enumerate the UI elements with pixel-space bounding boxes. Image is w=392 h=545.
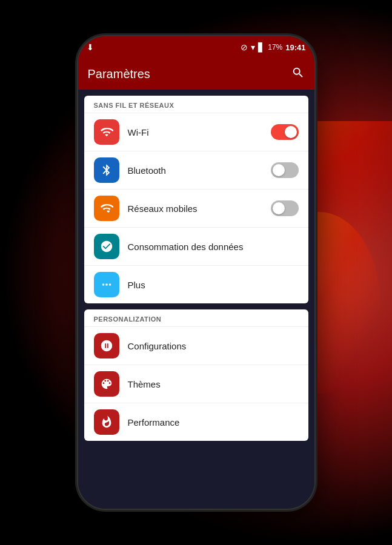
wifi-icon (94, 119, 119, 145)
bluetooth-label: Bluetooth (128, 165, 271, 176)
bluetooth-item[interactable]: Bluetooth (84, 151, 308, 189)
data-label: Consommation des données (128, 242, 299, 252)
themes-item[interactable]: Thèmes (84, 365, 308, 403)
personalization-section-header: PERSONALIZATION (84, 309, 308, 326)
themes-label: Thèmes (128, 379, 299, 389)
download-icon: ⬇ (87, 42, 94, 52)
configurations-label: Configurations (128, 341, 299, 351)
plus-label: Plus (128, 280, 299, 290)
plus-item[interactable]: Plus (84, 265, 308, 303)
themes-icon (94, 371, 119, 397)
time-display: 19:41 (285, 43, 305, 52)
search-button[interactable] (291, 66, 305, 82)
page-title: Paramètres (88, 67, 150, 81)
phone-shell: ⬇ ⊘ ▾ ▋ 17% 19:41 Paramètres SANS FIL ET… (78, 36, 314, 509)
wireless-section: SANS FIL ET RÉSEAUX Wi-Fi (84, 96, 308, 303)
battery-level: 17% (268, 43, 282, 51)
performance-item[interactable]: Performance (84, 403, 308, 441)
data-icon (94, 234, 119, 259)
top-bar: Paramètres (78, 58, 314, 90)
bluetooth-icon (94, 157, 119, 183)
svg-point-1 (105, 283, 108, 286)
wifi-status-icon: ▾ (251, 42, 255, 52)
configurations-icon (94, 333, 119, 358)
mobile-icon (94, 196, 119, 221)
wireless-section-header: SANS FIL ET RÉSEAUX (84, 96, 308, 113)
mobile-label: Réseaux mobiles (128, 203, 271, 214)
mobile-item[interactable]: Réseaux mobiles (84, 189, 308, 227)
settings-content: SANS FIL ET RÉSEAUX Wi-Fi (78, 90, 314, 509)
performance-icon (94, 409, 119, 435)
status-bar: ⬇ ⊘ ▾ ▋ 17% 19:41 (78, 36, 314, 58)
wifi-label: Wi-Fi (128, 127, 271, 137)
mobile-toggle[interactable] (271, 200, 299, 216)
signal-icon: ▋ (258, 42, 265, 52)
plus-icon (94, 272, 119, 297)
wifi-item[interactable]: Wi-Fi (84, 113, 308, 151)
status-right: ⊘ ▾ ▋ 17% 19:41 (241, 42, 305, 52)
svg-point-2 (108, 283, 111, 286)
personalization-section: PERSONALIZATION Configurations Thèmes (84, 309, 308, 441)
performance-label: Performance (128, 417, 299, 428)
svg-point-0 (102, 283, 104, 286)
blocked-icon: ⊘ (241, 42, 248, 52)
status-left: ⬇ (87, 42, 94, 52)
wifi-toggle[interactable] (271, 124, 299, 140)
data-item[interactable]: Consommation des données (84, 227, 308, 265)
configurations-item[interactable]: Configurations (84, 326, 308, 365)
bluetooth-toggle[interactable] (271, 162, 299, 178)
